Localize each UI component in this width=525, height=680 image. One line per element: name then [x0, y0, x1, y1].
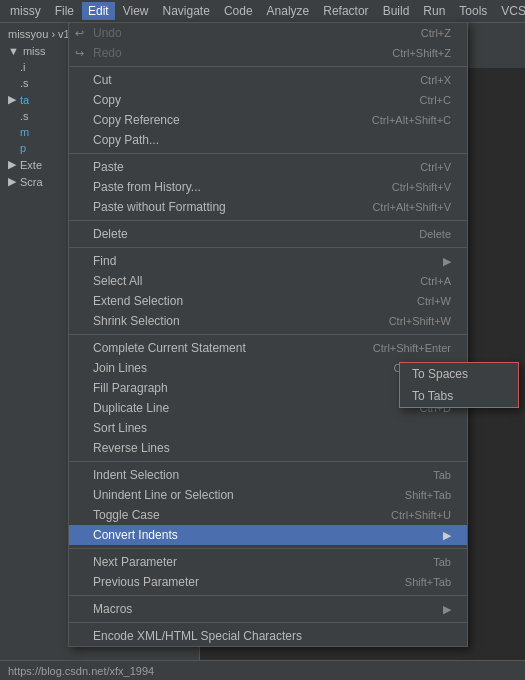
undo-icon: ↩ — [75, 27, 84, 40]
menu-navigate[interactable]: Navigate — [157, 2, 216, 20]
indent-shortcut: Tab — [433, 469, 451, 481]
menu-item-complete-statement[interactable]: Complete Current Statement Ctrl+Shift+En… — [69, 338, 467, 358]
menu-build[interactable]: Build — [377, 2, 416, 20]
separator-1 — [69, 66, 467, 67]
menu-vcs[interactable]: VCS — [495, 2, 525, 20]
menu-item-label: Duplicate Line — [93, 401, 169, 415]
menu-item-copy[interactable]: Copy Ctrl+C — [69, 90, 467, 110]
menu-item-label: Sort Lines — [93, 421, 147, 435]
menu-item-reverse-lines[interactable]: Reverse Lines — [69, 438, 467, 458]
menu-item-encode-xml[interactable]: Encode XML/HTML Special Characters — [69, 626, 467, 646]
sidebar-label: ta — [20, 94, 29, 106]
delete-shortcut: Delete — [419, 228, 451, 240]
menu-view[interactable]: View — [117, 2, 155, 20]
menu-item-find[interactable]: Find ▶ — [69, 251, 467, 271]
menu-item-label: Encode XML/HTML Special Characters — [93, 629, 302, 643]
menu-item-macros[interactable]: Macros ▶ — [69, 599, 467, 619]
paste-history-shortcut: Ctrl+Shift+V — [392, 181, 451, 193]
redo-shortcut: Ctrl+Shift+Z — [392, 47, 451, 59]
menu-item-extend-selection[interactable]: Extend Selection Ctrl+W — [69, 291, 467, 311]
menu-item-toggle-case[interactable]: Toggle Case Ctrl+Shift+U — [69, 505, 467, 525]
menu-item-select-all[interactable]: Select All Ctrl+A — [69, 271, 467, 291]
prev-param-shortcut: Shift+Tab — [405, 576, 451, 588]
menu-item-label: Reverse Lines — [93, 441, 170, 455]
menu-item-label: Macros — [93, 602, 132, 616]
menu-item-label: Next Parameter — [93, 555, 177, 569]
submenu-item-to-tabs[interactable]: To Tabs — [400, 385, 518, 407]
sidebar-label: .i — [20, 61, 26, 73]
menu-item-label: Paste without Formatting — [93, 200, 226, 214]
menu-item-label: Shrink Selection — [93, 314, 180, 328]
menu-item-next-parameter[interactable]: Next Parameter Tab — [69, 552, 467, 572]
sidebar-label: Exte — [20, 159, 42, 171]
menu-item-paste[interactable]: Paste Ctrl+V — [69, 157, 467, 177]
menu-bar: missy File Edit View Navigate Code Analy… — [0, 0, 525, 22]
paste-noformat-shortcut: Ctrl+Alt+Shift+V — [372, 201, 451, 213]
edit-menu-dropdown: ↩ Undo Ctrl+Z ↪ Redo Ctrl+Shift+Z Cut Ct… — [68, 22, 468, 647]
menu-item-label: Previous Parameter — [93, 575, 199, 589]
menu-item-label: Cut — [93, 73, 112, 87]
convert-indents-submenu: To Spaces To Tabs — [399, 362, 519, 408]
separator-8 — [69, 595, 467, 596]
menu-item-shrink-selection[interactable]: Shrink Selection Ctrl+Shift+W — [69, 311, 467, 331]
menu-file[interactable]: File — [49, 2, 80, 20]
menu-item-label: Indent Selection — [93, 468, 179, 482]
undo-shortcut: Ctrl+Z — [421, 27, 451, 39]
menu-item-cut[interactable]: Cut Ctrl+X — [69, 70, 467, 90]
toggle-case-shortcut: Ctrl+Shift+U — [391, 509, 451, 521]
separator-4 — [69, 247, 467, 248]
menu-item-label: Convert Indents — [93, 528, 178, 542]
sidebar-label: .s — [20, 110, 29, 122]
sidebar-label: miss — [23, 45, 46, 57]
menu-item-paste-no-format[interactable]: Paste without Formatting Ctrl+Alt+Shift+… — [69, 197, 467, 217]
shrink-shortcut: Ctrl+Shift+W — [389, 315, 451, 327]
menu-item-label: Redo — [93, 46, 122, 60]
copy-shortcut: Ctrl+C — [420, 94, 451, 106]
menu-tools[interactable]: Tools — [453, 2, 493, 20]
next-param-shortcut: Tab — [433, 556, 451, 568]
menu-item-unindent[interactable]: Unindent Line or Selection Shift+Tab — [69, 485, 467, 505]
select-all-shortcut: Ctrl+A — [420, 275, 451, 287]
status-url: https://blog.csdn.net/xfx_1994 — [8, 665, 154, 677]
paste-shortcut: Ctrl+V — [420, 161, 451, 173]
sidebar-label: p — [20, 142, 26, 154]
menu-item-copy-path[interactable]: Copy Path... — [69, 130, 467, 150]
menu-item-paste-history[interactable]: Paste from History... Ctrl+Shift+V — [69, 177, 467, 197]
menu-item-delete[interactable]: Delete Delete — [69, 224, 467, 244]
menu-item-label: Copy Path... — [93, 133, 159, 147]
status-bar: https://blog.csdn.net/xfx_1994 — [0, 660, 525, 680]
extend-shortcut: Ctrl+W — [417, 295, 451, 307]
menu-missy[interactable]: missy — [4, 2, 47, 20]
menu-item-undo[interactable]: ↩ Undo Ctrl+Z — [69, 23, 467, 43]
cut-shortcut: Ctrl+X — [420, 74, 451, 86]
sidebar-label: Scra — [20, 176, 43, 188]
menu-item-label: Undo — [93, 26, 122, 40]
unindent-shortcut: Shift+Tab — [405, 489, 451, 501]
separator-2 — [69, 153, 467, 154]
menu-item-convert-indents[interactable]: Convert Indents ▶ — [69, 525, 467, 545]
menu-item-prev-parameter[interactable]: Previous Parameter Shift+Tab — [69, 572, 467, 592]
separator-3 — [69, 220, 467, 221]
menu-run[interactable]: Run — [417, 2, 451, 20]
menu-code[interactable]: Code — [218, 2, 259, 20]
tree-arrow-icon: ▼ — [8, 45, 19, 57]
menu-refactor[interactable]: Refactor — [317, 2, 374, 20]
sidebar-label: .s — [20, 77, 29, 89]
menu-item-label: Join Lines — [93, 361, 147, 375]
copy-reference-shortcut: Ctrl+Alt+Shift+C — [372, 114, 451, 126]
menu-item-label: Unindent Line or Selection — [93, 488, 234, 502]
menu-analyze[interactable]: Analyze — [261, 2, 316, 20]
menu-item-label: Paste — [93, 160, 124, 174]
menu-edit[interactable]: Edit — [82, 2, 115, 20]
menu-item-label: Copy Reference — [93, 113, 180, 127]
separator-9 — [69, 622, 467, 623]
breadcrumb: missyou › v1 — [8, 28, 70, 40]
menu-item-sort-lines[interactable]: Sort Lines — [69, 418, 467, 438]
menu-item-indent-selection[interactable]: Indent Selection Tab — [69, 465, 467, 485]
submenu-item-to-spaces[interactable]: To Spaces — [400, 363, 518, 385]
tree-arrow-icon: ▶ — [8, 93, 16, 106]
separator-6 — [69, 461, 467, 462]
redo-icon: ↪ — [75, 47, 84, 60]
menu-item-copy-reference[interactable]: Copy Reference Ctrl+Alt+Shift+C — [69, 110, 467, 130]
menu-item-redo[interactable]: ↪ Redo Ctrl+Shift+Z — [69, 43, 467, 63]
